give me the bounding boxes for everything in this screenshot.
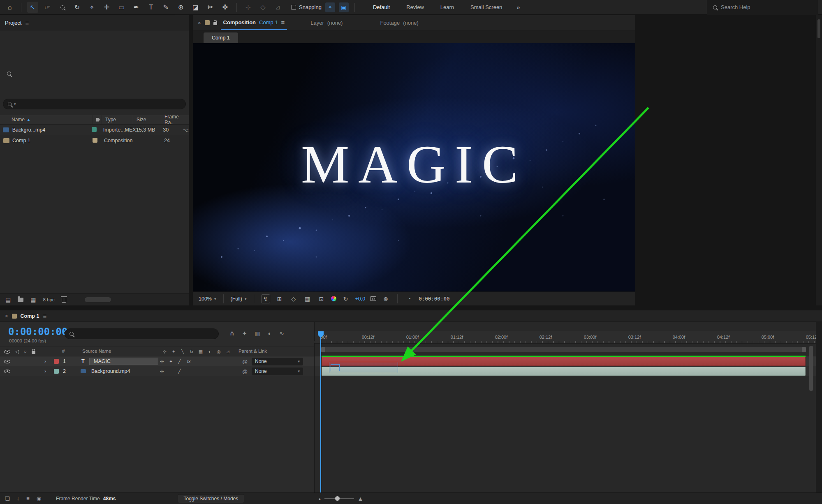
eraser-tool[interactable]: ◪ [190, 2, 201, 13]
frame-blend-switch-icon[interactable]: ▦ [196, 349, 205, 354]
threed-switch-icon[interactable]: ⊿ [223, 349, 232, 354]
column-name[interactable]: Name ▲ [0, 115, 93, 124]
type-tool[interactable]: T [146, 2, 157, 13]
parent-pickwhip-icon[interactable]: @ [242, 356, 248, 366]
layer-row-magic[interactable]: › 1 T MAGIC ⊹ ✦ ╱ fx @ None ▾ [0, 356, 314, 366]
label-color-chip[interactable] [93, 138, 97, 143]
zoom-track[interactable] [324, 498, 354, 499]
column-type[interactable]: Type [102, 115, 133, 124]
project-row-background[interactable]: Backgro...mp4 Importe...MEX 15,3 MB 30 ⌥ [0, 125, 189, 135]
composition-mini-flowchart-icon[interactable]: ⋔ [229, 330, 234, 337]
panel-menu-icon[interactable]: ≡ [281, 19, 285, 26]
project-color-depth[interactable]: 8 bpc [43, 297, 54, 302]
project-tab[interactable]: Project [5, 20, 21, 26]
local-axis-mode-icon[interactable]: ⊹ [243, 2, 254, 13]
mask-visibility-icon[interactable]: ◇ [289, 294, 298, 303]
view-axis-mode-icon[interactable]: ⊿ [272, 2, 283, 13]
comp-subtab[interactable]: Comp 1 [204, 32, 238, 43]
pan-behind-tool[interactable]: ✛ [101, 2, 112, 13]
project-search-box[interactable]: ▾ [3, 99, 186, 109]
new-composition-icon[interactable]: ▦ [30, 296, 36, 303]
solo-column-icon[interactable]: ○ [24, 349, 27, 354]
expand-chevron-icon[interactable]: › [44, 366, 46, 376]
parent-dropdown[interactable]: None ▾ [252, 368, 303, 375]
tab-footage[interactable]: Footage (none) [377, 15, 421, 30]
column-parent-link[interactable]: Parent & Link [238, 349, 267, 354]
panel-drag-handle[interactable] [817, 19, 820, 38]
layer-name[interactable]: MAGIC [89, 358, 158, 365]
anchor-switch-icon[interactable]: ⊹ [160, 356, 169, 366]
workspace-small-screen[interactable]: Small Screen [470, 4, 502, 10]
column-index[interactable]: # [62, 349, 65, 354]
shy-switch-icon[interactable]: ⊹ [160, 349, 169, 354]
show-snapshot-icon[interactable]: ⊛ [381, 294, 390, 303]
world-axis-mode-icon[interactable]: ◇ [257, 2, 269, 13]
tab-layer[interactable]: Layer (none) [308, 15, 345, 30]
region-of-interest-icon[interactable]: ⊡ [317, 294, 326, 303]
column-source-name[interactable]: Source Name [82, 349, 111, 354]
rectangle-tool[interactable]: ▭ [116, 2, 127, 13]
zoom-handle[interactable] [335, 496, 340, 501]
collapse-switch-icon[interactable]: ✦ [169, 349, 178, 354]
motion-blur-icon[interactable]: ◐ [268, 330, 271, 337]
channel-settings-icon[interactable] [331, 296, 336, 301]
anchor-switch-icon[interactable]: ⊹ [160, 366, 169, 376]
toggle-inout-pane-icon[interactable]: ≡ [26, 495, 30, 502]
toggle-switches-pane-icon[interactable]: ❏ [5, 495, 10, 502]
snap-to-edges-icon[interactable]: ⌖ [325, 2, 335, 12]
column-label-color[interactable] [93, 115, 102, 124]
timeline-zoom-slider[interactable]: ▴ ▲ [319, 493, 363, 504]
grid-guides-icon[interactable]: ⊞ [275, 294, 284, 303]
layer-row-background[interactable]: › 2 Background.mp4 ⊹ ╱ @ None ▾ [0, 366, 314, 376]
timeline-scrollbar[interactable] [809, 346, 813, 391]
puppet-pin-tool[interactable]: ✜ [220, 2, 231, 13]
camera-tool[interactable]: ⌖ [86, 2, 97, 13]
new-folder-icon[interactable] [18, 298, 23, 302]
expand-chevron-icon[interactable]: › [44, 356, 46, 366]
workspace-review[interactable]: Review [406, 4, 424, 10]
snapping-checkbox[interactable] [291, 5, 296, 10]
orbit-tool[interactable]: ↻ [72, 2, 83, 13]
clone-stamp-tool[interactable]: ⊛ [175, 2, 186, 13]
layer-visibility-icon[interactable] [4, 360, 10, 363]
roto-brush-tool[interactable]: ✂ [205, 2, 216, 13]
shy-toggle-icon[interactable]: ✦ [242, 330, 247, 337]
quality-switch-icon[interactable]: ╱ [178, 356, 187, 366]
viewer-timecode[interactable]: 0:00:00:00 [419, 296, 449, 302]
collapse-switch-icon[interactable]: ✦ [169, 356, 178, 366]
parent-dropdown[interactable]: None ▾ [252, 358, 303, 365]
graph-editor-icon[interactable]: ∿ [279, 330, 284, 337]
adjustment-switch-icon[interactable]: ◎ [214, 349, 223, 354]
toggle-switches-modes-button[interactable]: Toggle Switches / Modes [178, 494, 245, 503]
lock-icon[interactable] [213, 22, 217, 25]
video-column-icon[interactable] [4, 350, 10, 354]
frame-blend-icon[interactable]: ▥ [255, 330, 260, 337]
parent-pickwhip-icon[interactable]: @ [242, 366, 248, 376]
fast-previews-icon[interactable]: ↯ [261, 294, 270, 303]
interpret-footage-icon[interactable]: ▤ [5, 296, 11, 303]
home-icon[interactable]: ⌂ [4, 2, 15, 13]
quality-switch-icon[interactable]: ╲ [178, 349, 187, 354]
work-area-bar[interactable] [321, 347, 806, 352]
motion-blur-switch-icon[interactable]: ◐ [205, 349, 214, 354]
time-ruler[interactable]: 00f 00:12f 01:00f 01:12f 02:00f 02:12f 0… [315, 331, 816, 344]
zoom-in-mountain-icon[interactable]: ▲ [358, 495, 364, 502]
composition-canvas[interactable]: MAGIC [193, 43, 635, 291]
hand-tool[interactable]: ☞ [42, 2, 53, 13]
trash-icon[interactable] [62, 298, 66, 303]
column-size[interactable]: Size [133, 115, 161, 124]
workspace-default[interactable]: Default [373, 4, 390, 10]
label-color-chip[interactable] [92, 127, 97, 132]
toggle-transfer-controls-icon[interactable]: ↕ [17, 495, 20, 502]
snap-to-features-icon[interactable]: ▣ [339, 2, 349, 12]
close-icon[interactable]: × [198, 20, 201, 26]
timeline-track-area[interactable]: 00f 00:12f 01:00f 01:12f 02:00f 02:12f 0… [315, 322, 816, 492]
quality-switch-icon[interactable]: ╱ [178, 366, 187, 376]
audio-column-icon[interactable]: ◁ [15, 349, 19, 354]
timeline-search-box[interactable] [65, 328, 219, 339]
workspace-learn[interactable]: Learn [440, 4, 454, 10]
panel-menu-icon[interactable]: ≡ [25, 19, 29, 26]
layer-visibility-icon[interactable] [4, 370, 10, 373]
tab-composition[interactable]: Composition Comp 1 ≡ [221, 15, 287, 30]
transparency-grid-icon[interactable]: ▦ [303, 294, 312, 303]
